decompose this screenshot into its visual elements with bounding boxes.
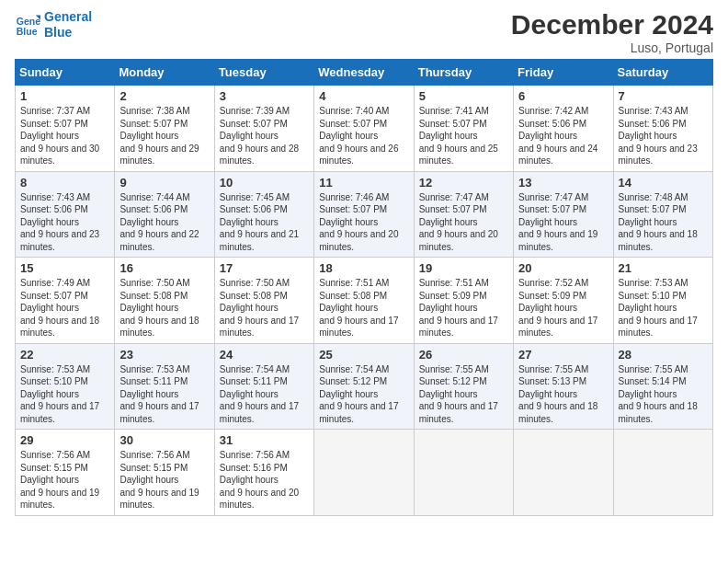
cell-content: Sunrise: 7:51 AMSunset: 5:09 PMDaylight … [419,278,498,338]
calendar-cell: 24 Sunrise: 7:54 AMSunset: 5:11 PMDaylig… [214,343,313,430]
logo-line1: General [44,9,92,24]
logo: General Blue General Blue [15,9,92,40]
day-number: 14 [619,176,708,190]
day-number: 3 [220,89,309,103]
day-number: 20 [518,261,608,275]
cell-content: Sunrise: 7:40 AMSunset: 5:07 PMDaylight … [319,106,398,166]
calendar-cell: 20 Sunrise: 7:52 AMSunset: 5:09 PMDaylig… [514,258,613,344]
cell-content: Sunrise: 7:53 AMSunset: 5:10 PMDaylight … [20,364,99,424]
cell-content: Sunrise: 7:56 AMSunset: 5:15 PMDaylight … [119,450,199,510]
calendar-cell: 10 Sunrise: 7:45 AMSunset: 5:06 PMDaylig… [214,171,313,258]
day-number: 15 [20,261,109,275]
calendar-week-1: 1 Sunrise: 7:37 AMSunset: 5:07 PMDayligh… [16,86,713,172]
cell-content: Sunrise: 7:42 AMSunset: 5:06 PMDaylight … [518,106,597,166]
weekday-header-saturday: Saturday [613,60,712,86]
weekday-header-wednesday: Wednesday [314,60,414,86]
calendar-cell: 8 Sunrise: 7:43 AMSunset: 5:06 PMDayligh… [16,171,115,258]
cell-content: Sunrise: 7:49 AMSunset: 5:07 PMDaylight … [20,278,99,338]
calendar-cell [514,430,613,516]
calendar-cell: 12 Sunrise: 7:47 AMSunset: 5:07 PMDaylig… [414,171,513,258]
calendar-cell: 14 Sunrise: 7:48 AMSunset: 5:07 PMDaylig… [613,171,712,258]
day-number: 28 [619,348,708,362]
cell-content: Sunrise: 7:46 AMSunset: 5:07 PMDaylight … [319,192,398,252]
cell-content: Sunrise: 7:54 AMSunset: 5:11 PMDaylight … [220,364,299,424]
cell-content: Sunrise: 7:56 AMSunset: 5:16 PMDaylight … [220,450,299,510]
day-number: 26 [419,348,508,362]
day-number: 9 [119,176,209,190]
cell-content: Sunrise: 7:50 AMSunset: 5:08 PMDaylight … [119,278,199,338]
calendar-week-3: 15 Sunrise: 7:49 AMSunset: 5:07 PMDaylig… [16,258,713,344]
calendar-cell [414,430,513,516]
calendar-cell: 18 Sunrise: 7:51 AMSunset: 5:08 PMDaylig… [314,258,414,344]
day-number: 17 [220,261,309,275]
cell-content: Sunrise: 7:51 AMSunset: 5:08 PMDaylight … [319,278,398,338]
weekday-header-monday: Monday [115,60,214,86]
svg-text:Blue: Blue [17,25,38,36]
calendar-cell: 19 Sunrise: 7:51 AMSunset: 5:09 PMDaylig… [414,258,513,344]
logo-line2: Blue [44,25,92,40]
location: Luso, Portugal [511,40,713,55]
day-number: 2 [119,89,209,103]
header: General Blue General Blue December 2024 … [15,9,713,55]
cell-content: Sunrise: 7:41 AMSunset: 5:07 PMDaylight … [419,106,498,166]
day-number: 25 [319,348,408,362]
calendar-cell: 11 Sunrise: 7:46 AMSunset: 5:07 PMDaylig… [314,171,414,258]
cell-content: Sunrise: 7:44 AMSunset: 5:06 PMDaylight … [119,192,199,252]
calendar-cell: 31 Sunrise: 7:56 AMSunset: 5:16 PMDaylig… [214,430,313,516]
day-number: 12 [419,176,508,190]
cell-content: Sunrise: 7:47 AMSunset: 5:07 PMDaylight … [419,192,498,252]
calendar-cell: 7 Sunrise: 7:43 AMSunset: 5:06 PMDayligh… [613,86,712,172]
cell-content: Sunrise: 7:39 AMSunset: 5:07 PMDaylight … [220,106,299,166]
month-title: December 2024 [511,9,713,40]
day-number: 1 [20,89,109,103]
calendar-cell: 1 Sunrise: 7:37 AMSunset: 5:07 PMDayligh… [16,86,115,172]
calendar-cell: 16 Sunrise: 7:50 AMSunset: 5:08 PMDaylig… [115,258,214,344]
cell-content: Sunrise: 7:43 AMSunset: 5:06 PMDaylight … [619,106,698,166]
calendar-cell: 2 Sunrise: 7:38 AMSunset: 5:07 PMDayligh… [115,86,214,172]
cell-content: Sunrise: 7:54 AMSunset: 5:12 PMDaylight … [319,364,398,424]
cell-content: Sunrise: 7:53 AMSunset: 5:11 PMDaylight … [119,364,199,424]
calendar-cell: 21 Sunrise: 7:53 AMSunset: 5:10 PMDaylig… [613,258,712,344]
title-block: December 2024 Luso, Portugal [511,9,713,55]
calendar-cell: 17 Sunrise: 7:50 AMSunset: 5:08 PMDaylig… [214,258,313,344]
day-number: 31 [220,433,309,447]
calendar-cell: 26 Sunrise: 7:55 AMSunset: 5:12 PMDaylig… [414,343,513,430]
day-number: 27 [518,348,608,362]
day-number: 8 [20,176,109,190]
day-number: 4 [319,89,408,103]
logo-text: General Blue [44,9,92,40]
calendar-cell: 4 Sunrise: 7:40 AMSunset: 5:07 PMDayligh… [314,86,414,172]
cell-content: Sunrise: 7:50 AMSunset: 5:08 PMDaylight … [220,278,299,338]
day-number: 22 [20,348,109,362]
calendar-cell [314,430,414,516]
weekday-header-thursday: Thursday [414,60,513,86]
weekday-header-sunday: Sunday [16,60,115,86]
calendar-cell: 23 Sunrise: 7:53 AMSunset: 5:11 PMDaylig… [115,343,214,430]
calendar-cell: 25 Sunrise: 7:54 AMSunset: 5:12 PMDaylig… [314,343,414,430]
logo-icon: General Blue [15,12,40,38]
cell-content: Sunrise: 7:37 AMSunset: 5:07 PMDaylight … [20,106,99,166]
cell-content: Sunrise: 7:47 AMSunset: 5:07 PMDaylight … [518,192,597,252]
day-number: 16 [119,261,209,275]
day-number: 24 [220,348,309,362]
cell-content: Sunrise: 7:53 AMSunset: 5:10 PMDaylight … [619,278,698,338]
calendar-cell: 6 Sunrise: 7:42 AMSunset: 5:06 PMDayligh… [514,86,613,172]
calendar-week-5: 29 Sunrise: 7:56 AMSunset: 5:15 PMDaylig… [16,430,713,516]
calendar-cell: 22 Sunrise: 7:53 AMSunset: 5:10 PMDaylig… [16,343,115,430]
cell-content: Sunrise: 7:48 AMSunset: 5:07 PMDaylight … [619,192,698,252]
day-number: 5 [419,89,508,103]
cell-content: Sunrise: 7:55 AMSunset: 5:13 PMDaylight … [518,364,597,424]
cell-content: Sunrise: 7:38 AMSunset: 5:07 PMDaylight … [119,106,199,166]
calendar-week-2: 8 Sunrise: 7:43 AMSunset: 5:06 PMDayligh… [16,171,713,258]
calendar-week-4: 22 Sunrise: 7:53 AMSunset: 5:10 PMDaylig… [16,343,713,430]
calendar-cell: 3 Sunrise: 7:39 AMSunset: 5:07 PMDayligh… [214,86,313,172]
day-number: 29 [20,433,109,447]
weekday-header-row: SundayMondayTuesdayWednesdayThursdayFrid… [16,60,713,86]
day-number: 13 [518,176,608,190]
calendar-cell: 5 Sunrise: 7:41 AMSunset: 5:07 PMDayligh… [414,86,513,172]
calendar-cell: 28 Sunrise: 7:55 AMSunset: 5:14 PMDaylig… [613,343,712,430]
calendar-cell: 13 Sunrise: 7:47 AMSunset: 5:07 PMDaylig… [514,171,613,258]
cell-content: Sunrise: 7:45 AMSunset: 5:06 PMDaylight … [220,192,299,252]
calendar-body: 1 Sunrise: 7:37 AMSunset: 5:07 PMDayligh… [16,86,713,516]
calendar-cell: 9 Sunrise: 7:44 AMSunset: 5:06 PMDayligh… [115,171,214,258]
